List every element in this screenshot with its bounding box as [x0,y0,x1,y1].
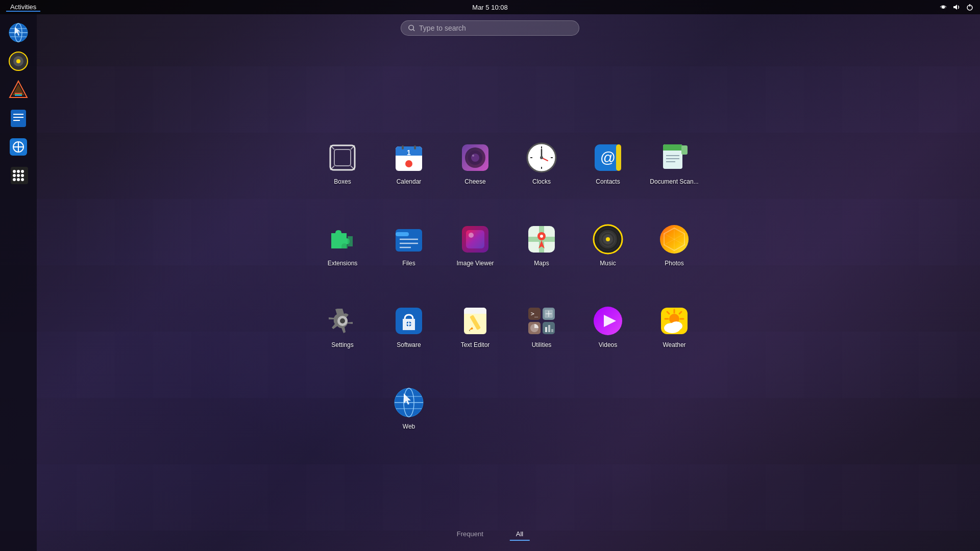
app-calendar[interactable]: 1 Calendar [378,135,439,191]
search-input[interactable] [419,24,572,32]
sidebar-item-music[interactable] [6,49,31,73]
sidebar-item-software[interactable] [6,135,31,159]
extensions-label: Extensions [328,260,358,267]
svg-point-55 [471,154,479,162]
grid-empty-4 [575,367,641,449]
datetime-label: Mar 5 10:08 [472,4,507,11]
calendar-icon: 1 [393,141,425,174]
app-contacts[interactable]: @ Contacts [577,135,639,191]
svg-point-49 [405,160,412,167]
app-web[interactable]: Web [378,380,439,436]
svg-text:1: 1 [407,148,411,157]
docscan-icon [658,141,691,174]
svg-text:@: @ [600,149,616,166]
app-cheese[interactable]: Cheese [445,135,506,191]
photos-icon [658,223,691,256]
web-icon [393,386,425,419]
svg-point-102 [340,318,345,323]
photos-label: Photos [665,260,683,267]
cheese-icon [459,141,492,174]
app-files[interactable]: Files [378,217,439,273]
svg-point-33 [21,174,24,177]
grid-empty-3 [508,367,575,449]
topbar: Activities Mar 5 10:08 [0,0,980,14]
svg-point-30 [21,170,24,173]
boxes-icon [326,141,359,174]
imageviewer-label: Image Viewer [456,260,494,267]
files-label: Files [402,260,415,267]
app-settings[interactable]: Settings [312,298,373,355]
svg-point-31 [13,174,16,177]
svg-rect-109 [464,311,486,314]
app-software[interactable]: Software [378,298,439,355]
svg-point-12 [16,59,20,63]
svg-rect-19 [11,110,26,127]
app-utilities[interactable]: >_ Utilities [511,298,572,355]
app-extensions[interactable]: Extensions [312,217,373,273]
app-videos[interactable]: Videos [577,298,639,355]
svg-rect-40 [334,149,351,166]
svg-rect-123 [548,325,550,332]
svg-point-92 [606,237,610,241]
sidebar-item-web[interactable] [6,20,31,45]
clocks-icon [525,141,558,174]
maps-label: Maps [534,260,549,267]
utilities-label: Utilities [532,341,552,348]
svg-point-29 [17,170,20,173]
topbar-center: Mar 5 10:08 [472,4,507,11]
music-icon [592,223,624,256]
app-clocks[interactable]: Clocks [511,135,572,191]
svg-point-136 [665,323,673,331]
svg-point-37 [409,25,413,30]
texteditor-icon [459,305,492,337]
search-container [401,20,579,36]
cheese-label: Cheese [464,178,485,185]
svg-rect-70 [663,147,682,151]
app-maps[interactable]: Maps [511,217,572,273]
app-boxes[interactable]: Boxes [312,135,373,191]
videos-label: Videos [599,341,617,348]
imageviewer-icon [459,223,492,256]
power-icon[interactable] [966,3,974,11]
svg-point-34 [13,178,16,181]
topbar-right [939,3,974,11]
app-photos[interactable]: Photos [644,217,705,273]
software-label: Software [397,341,421,348]
svg-point-35 [17,178,20,181]
sidebar-item-commander[interactable] [6,106,31,131]
videos-icon [592,305,624,337]
extensions-icon [326,223,359,256]
volume-icon[interactable] [952,3,961,11]
sidebar-item-all-apps[interactable] [6,163,31,188]
svg-rect-67 [616,144,621,171]
grid-inner: Boxes 1 Calendar [309,122,707,449]
software-icon [393,305,425,337]
sidebar [0,14,37,551]
contacts-label: Contacts [596,178,620,185]
settings-label: Settings [331,341,353,348]
app-weather[interactable]: Weather [644,298,705,355]
app-docscan[interactable]: Document Scan... [644,135,705,191]
bottom-tabs: Frequent All [451,528,530,541]
svg-point-64 [540,156,543,159]
search-bar[interactable] [401,20,579,36]
sidebar-item-prism[interactable] [6,78,31,102]
tab-frequent[interactable]: Frequent [451,528,489,541]
maps-icon [525,223,558,256]
svg-rect-124 [551,329,553,332]
svg-text:>_: >_ [531,310,538,317]
web-label: Web [403,423,415,430]
tab-all[interactable]: All [510,528,529,541]
svg-line-38 [413,30,414,31]
svg-point-56 [472,155,474,157]
contacts-icon: @ [592,141,624,174]
music-label: Music [600,260,616,267]
utilities-icon: >_ [525,305,558,337]
network-icon[interactable] [939,3,947,11]
files-icon [393,223,425,256]
app-imageviewer[interactable]: Image Viewer [445,217,506,273]
activities-button[interactable]: Activities [6,3,40,12]
app-music[interactable]: Music [577,217,639,273]
svg-point-28 [13,170,16,173]
app-texteditor[interactable]: Text Editor [445,298,506,355]
